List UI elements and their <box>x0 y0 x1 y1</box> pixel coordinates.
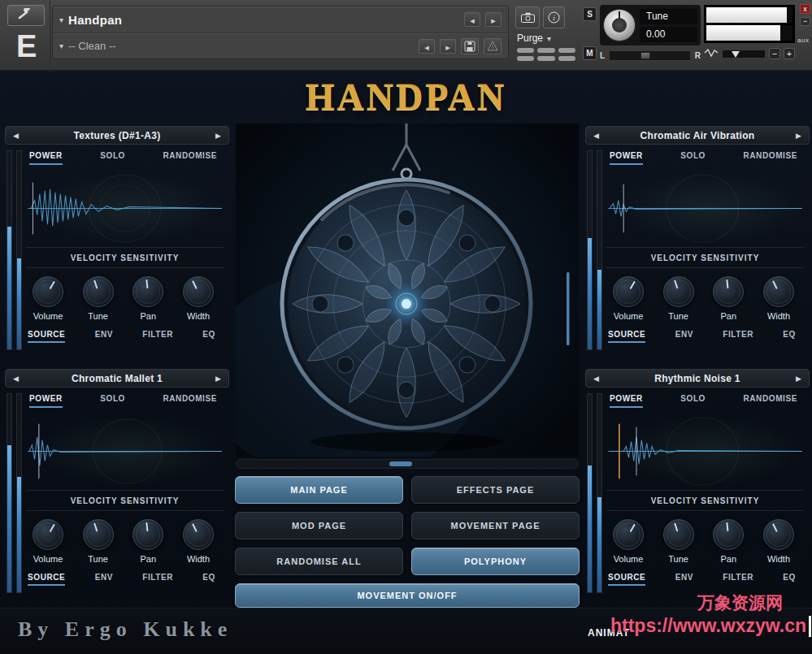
channel-prev-icon[interactable]: ◀ <box>13 132 19 140</box>
tab-source[interactable]: SOURCE <box>28 573 65 586</box>
pan-knob[interactable] <box>132 276 163 307</box>
volume-minus-button[interactable]: − <box>769 48 780 59</box>
close-button[interactable]: x <box>800 4 810 14</box>
tune-value[interactable]: 0.00 <box>640 27 697 42</box>
tab-source[interactable]: SOURCE <box>28 330 65 343</box>
power-button[interactable]: POWER <box>29 394 63 408</box>
level-meter-left <box>706 7 792 23</box>
width-label: Width <box>757 311 801 321</box>
tab-source[interactable]: SOURCE <box>608 330 645 343</box>
tab-env[interactable]: ENV <box>95 573 113 586</box>
minimize-button[interactable]: − <box>800 17 810 26</box>
waveform-display[interactable] <box>26 170 224 248</box>
missing-samples-button[interactable]: ! <box>484 38 502 54</box>
volume-knob[interactable] <box>613 276 644 307</box>
tab-eq[interactable]: EQ <box>202 573 215 586</box>
caret-down-icon[interactable]: ▾ <box>59 15 63 24</box>
channel-next-icon[interactable]: ▶ <box>215 132 221 140</box>
tune-label: Tune <box>76 554 120 564</box>
randomise-button[interactable]: RANDOMISE <box>743 394 797 408</box>
tune-knob[interactable] <box>663 519 694 550</box>
tab-env[interactable]: ENV <box>675 330 693 343</box>
warning-icon: ! <box>487 41 498 51</box>
image-scrollbar[interactable] <box>567 272 570 345</box>
page-navigation: MAIN PAGE EFFECTS PAGE MOD PAGE MOVEMENT… <box>235 476 580 608</box>
channel-header: ◀ Chromatic Air Vibration ▶ <box>585 126 810 145</box>
caret-down-icon[interactable]: ▾ <box>59 41 63 50</box>
tab-eq[interactable]: EQ <box>783 573 796 586</box>
solo-button[interactable]: SOLO <box>680 151 706 165</box>
prev-instrument-icon[interactable]: ◂ <box>464 12 480 27</box>
width-knob[interactable] <box>763 276 794 307</box>
master-pan-slider[interactable] <box>609 50 691 61</box>
volume-plus-button[interactable]: + <box>784 48 795 59</box>
waveform-display[interactable] <box>26 413 224 491</box>
mute-button[interactable]: M <box>583 46 597 60</box>
tab-eq[interactable]: EQ <box>202 330 215 343</box>
polyphony-button[interactable]: POLYPHONY <box>411 548 580 575</box>
channel-prev-icon[interactable]: ◀ <box>13 375 19 383</box>
randomise-all-button[interactable]: RANDOMISE ALL <box>235 548 403 575</box>
width-knob[interactable] <box>763 519 794 550</box>
solo-button[interactable]: S <box>583 7 597 21</box>
channel-next-icon[interactable]: ▶ <box>796 375 801 383</box>
pan-knob[interactable] <box>713 519 744 550</box>
power-button[interactable]: POWER <box>610 151 643 165</box>
tab-filter[interactable]: FILTER <box>142 330 173 343</box>
tune-knob[interactable] <box>663 276 694 307</box>
tab-env[interactable]: ENV <box>95 330 113 343</box>
channel-next-icon[interactable]: ▶ <box>796 132 801 140</box>
channel-next-icon[interactable]: ▶ <box>215 375 221 383</box>
movement-page-button[interactable]: MOVEMENT PAGE <box>411 512 580 539</box>
tune-knob[interactable] <box>83 519 114 550</box>
solo-button[interactable]: SOLO <box>680 394 706 408</box>
power-button[interactable]: POWER <box>29 151 63 165</box>
movement-toggle-button[interactable]: MOVEMENT ON/OFF <box>235 583 580 608</box>
width-knob[interactable] <box>183 276 214 307</box>
purge-menu[interactable]: Purge ▾ <box>517 32 551 44</box>
next-preset-icon[interactable]: ▸ <box>440 39 456 54</box>
waveform-display[interactable] <box>606 170 804 248</box>
preset-name: -- Clean -- <box>68 40 116 52</box>
randomise-button[interactable]: RANDOMISE <box>743 151 797 165</box>
power-button[interactable]: POWER <box>610 394 643 408</box>
solo-button[interactable]: SOLO <box>100 394 125 408</box>
channel-prev-icon[interactable]: ◀ <box>593 132 599 140</box>
tab-filter[interactable]: FILTER <box>142 573 173 586</box>
tab-filter[interactable]: FILTER <box>723 330 753 343</box>
svg-text:i: i <box>553 14 555 22</box>
output-volume-slider[interactable] <box>722 50 766 58</box>
pan-handle[interactable] <box>640 52 650 59</box>
save-button[interactable] <box>461 38 479 54</box>
pan-knob[interactable] <box>132 519 163 550</box>
volume-handle[interactable] <box>732 51 740 58</box>
solo-button[interactable]: SOLO <box>100 151 125 165</box>
tab-filter[interactable]: FILTER <box>723 573 753 586</box>
main-page-button[interactable]: MAIN PAGE <box>235 476 403 504</box>
width-knob[interactable] <box>183 519 214 550</box>
image-scroll-track[interactable] <box>236 459 579 469</box>
master-tune-knob[interactable] <box>603 9 636 41</box>
mod-page-button[interactable]: MOD PAGE <box>235 512 403 539</box>
randomise-button[interactable]: RANDOMISE <box>163 151 217 165</box>
pan-knob[interactable] <box>713 276 744 307</box>
volume-knob[interactable] <box>33 519 63 550</box>
next-instrument-icon[interactable]: ▸ <box>485 12 502 27</box>
tune-knob[interactable] <box>83 276 114 307</box>
tab-source[interactable]: SOURCE <box>608 573 645 586</box>
waveform-display[interactable] <box>606 413 804 491</box>
info-button[interactable]: i <box>543 6 565 28</box>
wrench-button[interactable] <box>7 5 45 26</box>
pan-label: Pan <box>126 311 170 321</box>
volume-knob[interactable] <box>33 276 63 307</box>
tab-eq[interactable]: EQ <box>783 330 796 343</box>
prev-preset-icon[interactable]: ◂ <box>419 39 435 54</box>
image-scroll-thumb[interactable] <box>389 461 412 466</box>
tab-env[interactable]: ENV <box>675 573 693 586</box>
channel-title: Rhythmic Noise 1 <box>599 373 796 384</box>
effects-page-button[interactable]: EFFECTS PAGE <box>411 476 580 504</box>
snapshot-camera-button[interactable] <box>515 6 540 28</box>
volume-knob[interactable] <box>613 519 644 550</box>
channel-prev-icon[interactable]: ◀ <box>593 375 599 383</box>
randomise-button[interactable]: RANDOMISE <box>163 394 217 408</box>
